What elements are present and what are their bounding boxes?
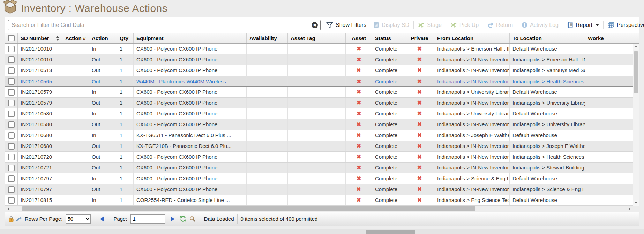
- header-cell-status[interactable]: Status: [372, 33, 405, 43]
- scroll-left-button[interactable]: [5, 206, 11, 212]
- table-row[interactable]: IN201710579Out1CX600 - Polycom CX600 IP …: [5, 98, 633, 108]
- cell-sd-number: IN201710579: [18, 87, 62, 97]
- header-cell-qty[interactable]: Qty: [117, 33, 134, 43]
- cell-asset: ✖: [346, 119, 372, 130]
- perspectives-button[interactable]: Perspectives: [604, 22, 644, 28]
- header-cell-work[interactable]: Worke: [585, 33, 639, 43]
- header-cell-action[interactable]: Action: [89, 33, 117, 43]
- cell-private: ✖: [405, 54, 434, 65]
- cell-checkbox: [5, 195, 18, 205]
- row-checkbox[interactable]: [8, 100, 15, 106]
- v-scrollbar-thumb[interactable]: [634, 51, 638, 93]
- table-row[interactable]: IN201710010In1CX600 - Polycom CX600 IP P…: [5, 44, 633, 54]
- quick-search-button[interactable]: [189, 216, 195, 222]
- row-checkbox[interactable]: [8, 154, 15, 160]
- stage-button[interactable]: Stage: [414, 22, 445, 28]
- cell-checkbox: [5, 141, 18, 151]
- sort-icon[interactable]: [54, 36, 59, 41]
- header-cell-sd-number[interactable]: SD Number: [18, 33, 62, 43]
- header-cell-equipment[interactable]: Equipment: [134, 33, 247, 43]
- scroll-right-button[interactable]: [627, 206, 632, 212]
- table-row[interactable]: IN201710797In1CX600 - Polycom CX600 IP P…: [5, 173, 633, 184]
- report-button[interactable]: Report: [564, 22, 602, 28]
- table-row[interactable]: IN201710680Out1KX-TGE210B - Panasonic De…: [5, 141, 633, 152]
- table-row[interactable]: IN201710797Out1CX600 - Polycom CX600 IP …: [5, 184, 633, 195]
- table-row[interactable]: IN201710680In1KX-TG6511 - Panasonic Dect…: [5, 130, 633, 141]
- cell-asset: ✖: [346, 163, 372, 173]
- row-checkbox[interactable]: [8, 46, 15, 52]
- table-row[interactable]: IN201710580In1CX600 - Polycom CX600 IP P…: [5, 108, 633, 119]
- row-checkbox[interactable]: [8, 67, 15, 74]
- row-checkbox[interactable]: [8, 89, 15, 96]
- search-input[interactable]: [8, 20, 321, 30]
- horizontal-scrollbar[interactable]: [5, 206, 639, 212]
- cell-sd-number: IN201710815: [18, 195, 62, 205]
- pickup-button[interactable]: Pick Up: [447, 22, 482, 28]
- cell-sd-number: IN201710580: [18, 119, 62, 130]
- cell-action: In: [89, 44, 117, 54]
- table-row[interactable]: IN201710720Out1CX600 - Polycom CX600 IP …: [5, 152, 633, 163]
- row-checkbox[interactable]: [8, 165, 15, 171]
- page-scrollbar-thumb[interactable]: [366, 230, 415, 234]
- cell-asset: ✖: [346, 173, 372, 184]
- scroll-up-button[interactable]: [633, 44, 639, 50]
- header-cell-asset-tag[interactable]: Asset Tag: [288, 33, 346, 43]
- scroll-down-button[interactable]: [633, 200, 639, 206]
- row-checkbox[interactable]: [8, 78, 15, 85]
- row-checkbox[interactable]: [8, 121, 15, 128]
- cell-private: ✖: [405, 108, 434, 119]
- h-scrollbar-thumb[interactable]: [22, 206, 475, 211]
- page-scrollbar[interactable]: [0, 229, 644, 234]
- cell-asset: ✖: [346, 87, 372, 97]
- table-row[interactable]: IN201710513Out1CX600 - Polycom CX600 IP …: [5, 65, 633, 76]
- cell-private: ✖: [405, 130, 434, 141]
- page-input[interactable]: [130, 214, 165, 224]
- display-sd-button[interactable]: Display SD: [370, 22, 413, 28]
- cell-work: [585, 141, 633, 151]
- cell-action: Out: [89, 163, 117, 173]
- cell-equipment: CX600 - Polycom CX600 IP Phone: [134, 87, 247, 97]
- header-cell-private[interactable]: Private: [405, 33, 434, 43]
- refresh-button[interactable]: [180, 216, 186, 222]
- cell-asset-tag: [288, 173, 346, 184]
- table-row[interactable]: IN201710815In1COR2554-RED - Cortelco Sin…: [5, 195, 633, 206]
- row-checkbox[interactable]: [8, 132, 15, 139]
- clear-search-icon[interactable]: ✖: [312, 22, 318, 28]
- row-checkbox[interactable]: [8, 56, 15, 63]
- tools-button[interactable]: [16, 216, 22, 222]
- cell-private: ✖: [405, 119, 434, 130]
- red-x-icon: ✖: [417, 122, 422, 127]
- vertical-scrollbar[interactable]: [633, 44, 639, 206]
- show-filters-button[interactable]: Show Filters: [323, 22, 370, 28]
- table-row[interactable]: IN201710565Out1W440M - Plantronics W440M…: [5, 76, 633, 87]
- next-page-button[interactable]: [171, 216, 174, 222]
- red-x-icon: ✖: [417, 165, 422, 171]
- header-cell-from-location[interactable]: From Location: [434, 33, 510, 43]
- red-x-icon: ✖: [357, 111, 361, 116]
- cell-qty: 1: [117, 119, 134, 130]
- cell-asset-tag: [288, 54, 346, 65]
- table-row[interactable]: IN201710721Out1CX600 - Polycom CX600 IP …: [5, 163, 633, 173]
- header-cell-availability[interactable]: Availability: [247, 33, 288, 43]
- header-cell-to-location[interactable]: To Location: [510, 33, 585, 43]
- header-cell-asset[interactable]: Asset: [346, 33, 372, 43]
- row-checkbox[interactable]: [8, 143, 15, 150]
- table-row[interactable]: IN201710579In1CX600 - Polycom CX600 IP P…: [5, 87, 633, 98]
- select-all-checkbox[interactable]: [8, 35, 15, 41]
- grid-body-wrap: IN201710010In1CX600 - Polycom CX600 IP P…: [5, 44, 639, 206]
- grid-footer: Rows Per Page: 50 Page: Data Loaded: [5, 212, 639, 226]
- activity-log-button[interactable]: Activity Log: [518, 22, 562, 28]
- table-row[interactable]: IN201710580Out1CX600 - Polycom CX600 IP …: [5, 119, 633, 130]
- row-checkbox[interactable]: [8, 175, 15, 182]
- prev-page-button[interactable]: [100, 216, 104, 222]
- rows-per-page-select[interactable]: 50: [66, 214, 91, 224]
- cell-to-location: Indianapolis > University Library :...: [510, 119, 585, 130]
- cell-to-location: Default Warehouse: [510, 173, 585, 184]
- lock-button[interactable]: [9, 216, 14, 222]
- header-cell-action-number[interactable]: Action #: [62, 33, 89, 43]
- row-checkbox[interactable]: [8, 111, 15, 117]
- table-row[interactable]: IN201710010Out1CX600 - Polycom CX600 IP …: [5, 54, 633, 65]
- row-checkbox[interactable]: [8, 186, 15, 193]
- return-button[interactable]: Return: [484, 22, 516, 28]
- row-checkbox[interactable]: [8, 197, 15, 204]
